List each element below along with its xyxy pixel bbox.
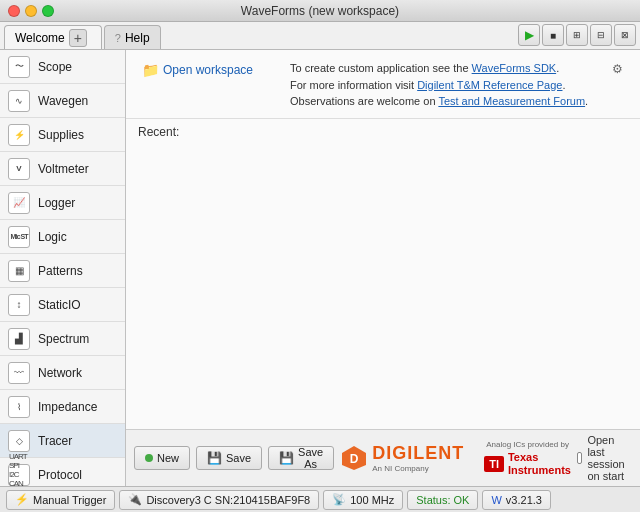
tab-help[interactable]: ? Help xyxy=(104,25,161,49)
stop-button[interactable]: ■ xyxy=(542,24,564,46)
voltmeter-icon: V xyxy=(8,158,30,180)
logger-icon: 📈 xyxy=(8,192,30,214)
forum-link[interactable]: Test and Measurement Forum xyxy=(438,95,585,107)
sidebar-item-protocol[interactable]: UART SPI I2C CAN AVR Protocol xyxy=(0,458,125,486)
sidebar-label-protocol: Protocol xyxy=(38,468,82,482)
ti-prefix: Analog ICs provided by xyxy=(486,440,569,449)
play-button[interactable]: ▶ xyxy=(518,24,540,46)
spectrum-icon: ▟ xyxy=(8,328,30,350)
settings-icon[interactable]: ⚙ xyxy=(612,62,623,76)
toolbar-right: ▶ ■ ⊞ ⊟ ⊠ xyxy=(518,24,636,46)
sidebar-label-patterns: Patterns xyxy=(38,264,83,278)
ti-name: Texas Instruments xyxy=(508,451,571,475)
sidebar-item-patterns[interactable]: ▦ Patterns xyxy=(0,254,125,288)
folder-icon: 📁 xyxy=(142,62,159,78)
title-bar: WaveForms (new workspace) xyxy=(0,0,640,22)
trigger-status[interactable]: ⚡ Manual Trigger xyxy=(6,490,115,510)
ti-badge: TI xyxy=(484,456,504,472)
sidebar-item-spectrum[interactable]: ▟ Spectrum xyxy=(0,322,125,356)
ok-status[interactable]: Status: OK xyxy=(407,490,478,510)
ti-name-line1: Texas xyxy=(508,451,571,463)
save-label: Save xyxy=(226,452,251,464)
ti-logo: TI Texas Instruments xyxy=(484,451,571,475)
tab-bar: Welcome + ? Help ▶ ■ ⊞ ⊟ ⊠ xyxy=(0,22,640,50)
digilent-sub: An NI Company xyxy=(372,464,464,473)
staticio-icon: ↕ xyxy=(8,294,30,316)
bottom-bar: New 💾 Save 💾 Save As D xyxy=(126,429,640,486)
tab-help-label: Help xyxy=(125,31,150,45)
sidebar-label-logger: Logger xyxy=(38,196,75,210)
sidebar-item-logger[interactable]: 📈 Logger xyxy=(0,186,125,220)
impedance-icon: ⌇ xyxy=(8,396,30,418)
freq-icon: 📡 xyxy=(332,493,346,506)
trigger-label: Manual Trigger xyxy=(33,494,106,506)
close-button[interactable] xyxy=(8,5,20,17)
freq-status[interactable]: 📡 100 MHz xyxy=(323,490,403,510)
sidebar-label-tracer: Tracer xyxy=(38,434,72,448)
sidebar-label-wavegen: Wavegen xyxy=(38,94,88,108)
sidebar-label-staticio: StaticIO xyxy=(38,298,81,312)
sidebar-label-scope: Scope xyxy=(38,60,72,74)
new-button[interactable]: New xyxy=(134,446,190,470)
open-workspace-label: Open workspace xyxy=(163,63,253,77)
network-icon: 〰 xyxy=(8,362,30,384)
reference-link[interactable]: Digilent T&M Reference Page xyxy=(417,79,562,91)
sidebar-item-network[interactable]: 〰 Network xyxy=(0,356,125,390)
tab-add-button[interactable]: + xyxy=(69,29,87,47)
version-label: v3.21.3 xyxy=(506,494,542,506)
device-status[interactable]: 🔌 Discovery3 C SN:210415BAF9F8 xyxy=(119,490,319,510)
save-as-button[interactable]: 💾 Save As xyxy=(268,446,334,470)
open-last-checkbox[interactable] xyxy=(577,452,583,464)
digilent-name: DIGILENT xyxy=(372,443,464,464)
sidebar-item-staticio[interactable]: ↕ StaticIO xyxy=(0,288,125,322)
waveforms-icon: W xyxy=(491,494,501,506)
version-status[interactable]: W v3.21.3 xyxy=(482,490,550,510)
info-text: To create custom application see the Wav… xyxy=(290,60,600,110)
sidebar-item-scope[interactable]: 〜 Scope xyxy=(0,50,125,84)
sidebar-label-supplies: Supplies xyxy=(38,128,84,142)
traffic-lights xyxy=(8,5,54,17)
freq-label: 100 MHz xyxy=(350,494,394,506)
open-last-session: Open last session on start xyxy=(577,434,632,482)
sidebar-item-voltmeter[interactable]: V Voltmeter xyxy=(0,152,125,186)
content-top: 📁 Open workspace To create custom applic… xyxy=(126,50,640,119)
digilent-logo: D DIGILENT An NI Company xyxy=(340,443,464,473)
maximize-button[interactable] xyxy=(42,5,54,17)
save-as-label: Save As xyxy=(298,446,323,470)
sidebar-item-supplies[interactable]: ⚡ Supplies xyxy=(0,118,125,152)
status-ok-label: Status: OK xyxy=(416,494,469,506)
sidebar-item-logic[interactable]: Mtc ST Logic xyxy=(0,220,125,254)
supplies-icon: ⚡ xyxy=(8,124,30,146)
new-label: New xyxy=(157,452,179,464)
tool-btn-1[interactable]: ⊞ xyxy=(566,24,588,46)
ti-area: Analog ICs provided by TI Texas Instrume… xyxy=(484,440,571,475)
status-bar: ⚡ Manual Trigger 🔌 Discovery3 C SN:21041… xyxy=(0,486,640,512)
sidebar-label-logic: Logic xyxy=(38,230,67,244)
window-title: WaveForms (new workspace) xyxy=(241,4,399,18)
sidebar: 〜 Scope ∿ Wavegen ⚡ Supplies V Voltmeter… xyxy=(0,50,126,486)
main-layout: 〜 Scope ∿ Wavegen ⚡ Supplies V Voltmeter… xyxy=(0,50,640,486)
sidebar-label-voltmeter: Voltmeter xyxy=(38,162,89,176)
patterns-icon: ▦ xyxy=(8,260,30,282)
sdk-link[interactable]: WaveForms SDK xyxy=(472,62,557,74)
sidebar-item-impedance[interactable]: ⌇ Impedance xyxy=(0,390,125,424)
tool-btn-3[interactable]: ⊠ xyxy=(614,24,636,46)
sidebar-label-network: Network xyxy=(38,366,82,380)
wavegen-icon: ∿ xyxy=(8,90,30,112)
logic-icon: Mtc ST xyxy=(8,226,30,248)
sidebar-item-wavegen[interactable]: ∿ Wavegen xyxy=(0,84,125,118)
tool-btn-2[interactable]: ⊟ xyxy=(590,24,612,46)
sidebar-label-impedance: Impedance xyxy=(38,400,97,414)
open-workspace-button[interactable]: 📁 Open workspace xyxy=(138,60,257,80)
content-area: 📁 Open workspace To create custom applic… xyxy=(126,50,640,429)
minimize-button[interactable] xyxy=(25,5,37,17)
tab-welcome[interactable]: Welcome + xyxy=(4,25,102,49)
recent-area xyxy=(126,143,640,430)
device-label: Discovery3 C SN:210415BAF9F8 xyxy=(146,494,310,506)
scope-icon: 〜 xyxy=(8,56,30,78)
logo-area: D DIGILENT An NI Company Analog ICs prov… xyxy=(340,440,571,475)
open-last-label: Open last session on start xyxy=(587,434,632,482)
save-button[interactable]: 💾 Save xyxy=(196,446,262,470)
trigger-icon: ⚡ xyxy=(15,493,29,506)
tracer-icon: ◇ xyxy=(8,430,30,452)
